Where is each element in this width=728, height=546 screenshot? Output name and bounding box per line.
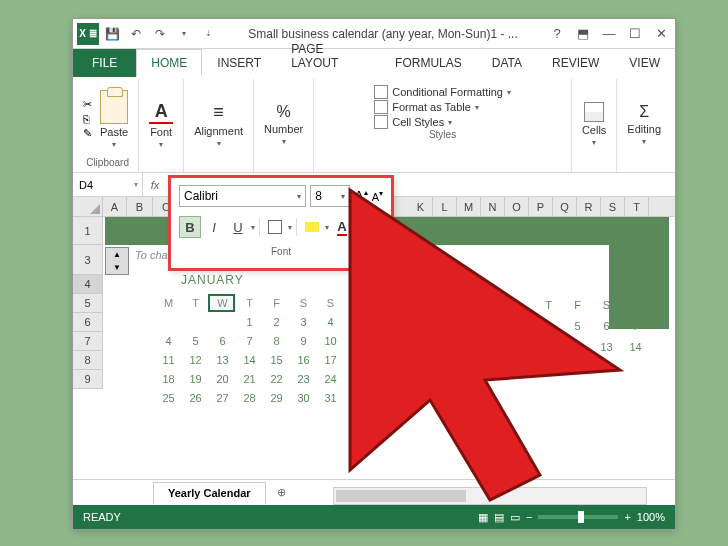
calendar-cell[interactable]: 28 <box>236 388 263 407</box>
calendar-cell[interactable]: 29 <box>263 388 290 407</box>
calendar-cell[interactable]: 5 <box>182 331 209 350</box>
calendar-cell[interactable]: 21 <box>236 369 263 388</box>
format-painter-icon[interactable]: ✎ <box>83 127 92 140</box>
add-sheet-button[interactable]: ⊕ <box>272 486 292 499</box>
row-header[interactable]: 5 <box>73 294 102 313</box>
row-headers[interactable]: 13456789 <box>73 217 103 389</box>
underline-dropdown-icon[interactable]: ▾ <box>251 223 255 232</box>
underline-button[interactable]: U <box>227 216 249 238</box>
row-header[interactable]: 7 <box>73 332 102 351</box>
tab-page-layout[interactable]: PAGE LAYOUT <box>276 35 380 77</box>
spin-up-icon[interactable]: ▲ <box>106 248 128 261</box>
undo-button[interactable]: ↶ <box>125 23 147 45</box>
font-color-button[interactable]: A <box>331 216 353 238</box>
italic-button[interactable]: I <box>203 216 225 238</box>
close-button[interactable]: ✕ <box>651 26 671 41</box>
editing-button[interactable]: Σ Editing ▾ <box>623 101 665 148</box>
calendar-cell[interactable]: 31 <box>317 388 344 407</box>
col-header[interactable]: R <box>577 197 601 216</box>
calendar-cell[interactable] <box>182 312 209 331</box>
calendar-cell[interactable]: 15 <box>263 350 290 369</box>
tab-home[interactable]: HOME <box>136 49 202 77</box>
col-header[interactable]: O <box>505 197 529 216</box>
year-spinner[interactable]: ▲ ▼ <box>105 247 129 275</box>
qat-customize-icon[interactable]: ▾ <box>173 23 195 45</box>
zoom-out-icon[interactable]: − <box>526 511 532 523</box>
calendar-cell[interactable]: 11 <box>155 350 182 369</box>
name-box[interactable]: D4 <box>73 173 143 196</box>
tab-file[interactable]: FILE <box>73 49 136 77</box>
tab-review[interactable]: REVIEW <box>537 49 614 77</box>
help-button[interactable]: ? <box>547 26 567 41</box>
zoom-in-icon[interactable]: + <box>624 511 630 523</box>
col-header[interactable]: N <box>481 197 505 216</box>
redo-button[interactable]: ↷ <box>149 23 171 45</box>
fill-color-button[interactable] <box>301 216 323 238</box>
calendar-cell[interactable]: 9 <box>290 331 317 350</box>
spin-down-icon[interactable]: ▼ <box>106 261 128 274</box>
tab-insert[interactable]: INSERT <box>202 49 276 77</box>
copy-icon[interactable]: ⎘ <box>83 113 92 125</box>
col-header[interactable]: L <box>433 197 457 216</box>
fill-dropdown-icon[interactable]: ▾ <box>325 223 329 232</box>
ribbon-display-button[interactable]: ⬒ <box>573 26 593 41</box>
calendar-cell[interactable]: 4 <box>155 331 182 350</box>
alignment-button[interactable]: ≡ Alignment ▾ <box>190 100 247 150</box>
row-header[interactable]: 1 <box>73 217 102 245</box>
font-color-dropdown-icon[interactable]: ▾ <box>355 223 359 232</box>
calendar-cell[interactable]: 13 <box>209 350 236 369</box>
row-header[interactable]: 4 <box>73 275 102 294</box>
calendar-cell[interactable]: 20 <box>209 369 236 388</box>
font-family-dropdown[interactable]: Calibri▾ <box>179 185 306 207</box>
conditional-formatting-button[interactable]: Conditional Formatting ▾ <box>374 85 511 99</box>
row-header[interactable]: 8 <box>73 351 102 370</box>
font-dropdown-icon[interactable]: ▾ <box>159 140 163 149</box>
tab-formulas[interactable]: FORMULAS <box>380 49 477 77</box>
col-header[interactable]: A <box>103 197 127 216</box>
calendar-cell[interactable]: 7 <box>236 331 263 350</box>
col-header[interactable]: S <box>601 197 625 216</box>
cell-styles-button[interactable]: Cell Styles ▾ <box>374 115 452 129</box>
format-as-table-button[interactable]: Format as Table ▾ <box>374 100 479 114</box>
calendar-cell[interactable]: 1 <box>236 312 263 331</box>
calendar-cell[interactable] <box>155 312 182 331</box>
calendar-cell[interactable] <box>209 312 236 331</box>
calendar-cell[interactable]: 12 <box>182 350 209 369</box>
calendar-cell[interactable]: 10 <box>317 331 344 350</box>
zoom-slider[interactable] <box>538 515 618 519</box>
col-header[interactable]: P <box>529 197 553 216</box>
save-button[interactable]: 💾 <box>101 23 123 45</box>
calendar-cell[interactable]: 26 <box>182 388 209 407</box>
col-header[interactable]: T <box>625 197 649 216</box>
page-layout-view-icon[interactable]: ▤ <box>494 511 504 524</box>
row-header[interactable]: 6 <box>73 313 102 332</box>
calendar-cell[interactable]: 8 <box>263 331 290 350</box>
col-header[interactable]: K <box>409 197 433 216</box>
cut-icon[interactable]: ✂ <box>83 98 92 111</box>
shrink-font-button[interactable]: A▾ <box>372 189 383 203</box>
paste-dropdown-icon[interactable]: ▾ <box>112 140 116 149</box>
calendar-cell[interactable]: 25 <box>155 388 182 407</box>
select-all-corner[interactable] <box>73 197 103 217</box>
tab-view[interactable]: VIEW <box>614 49 675 77</box>
font-size-dropdown[interactable]: 8▾ <box>310 185 350 207</box>
calendar-cell[interactable]: 23 <box>290 369 317 388</box>
border-button[interactable] <box>264 216 286 238</box>
calendar-cell[interactable]: 19 <box>182 369 209 388</box>
sheet-tab-yearly-calendar[interactable]: Yearly Calendar <box>153 482 266 503</box>
calendar-cell[interactable]: 3 <box>290 312 317 331</box>
calendar-cell[interactable]: 16 <box>290 350 317 369</box>
tab-data[interactable]: DATA <box>477 49 537 77</box>
calendar-cell[interactable]: 27 <box>209 388 236 407</box>
fx-icon[interactable]: fx <box>143 179 167 191</box>
page-break-view-icon[interactable]: ▭ <box>510 511 520 524</box>
calendar-cell[interactable]: 22 <box>263 369 290 388</box>
bold-button[interactable]: B <box>179 216 201 238</box>
calendar-cell[interactable]: 30 <box>290 388 317 407</box>
calendar-cell[interactable]: 14 <box>236 350 263 369</box>
calendar-cell[interactable]: 2 <box>263 312 290 331</box>
border-dropdown-icon[interactable]: ▾ <box>288 223 292 232</box>
col-header[interactable]: M <box>457 197 481 216</box>
normal-view-icon[interactable]: ▦ <box>478 511 488 524</box>
row-header[interactable]: 3 <box>73 245 102 275</box>
